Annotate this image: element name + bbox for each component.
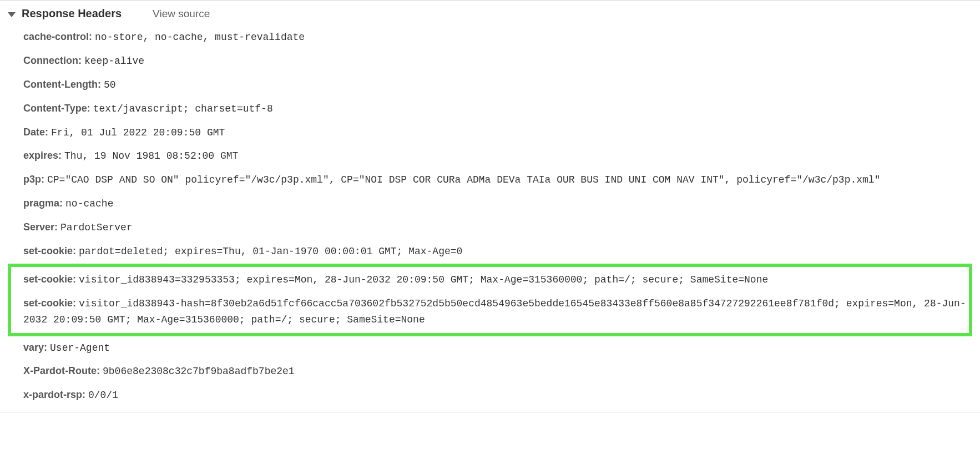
header-pragma: pragma: no-cache: [0, 192, 980, 216]
header-value: 9b06e8e2308c32c7bf9ba8adfb7be2e1: [103, 366, 295, 377]
response-headers-section-header[interactable]: Response Headers View source: [0, 5, 980, 22]
response-headers-panel: Response Headers View source cache-contr…: [0, 0, 980, 412]
header-value: CP="CAO DSP AND SO ON" policyref="/w3c/p…: [47, 174, 880, 185]
header-set-cookie: set-cookie: visitor_id838943=332953353; …: [11, 268, 969, 292]
header-name: expires:: [23, 150, 62, 161]
header-expires: expires: Thu, 19 Nov 1981 08:52:00 GMT: [0, 144, 980, 168]
header-value: pardot=deleted; expires=Thu, 01-Jan-1970…: [79, 246, 462, 257]
highlight-annotation: set-cookie: visitor_id838943=332953353; …: [8, 264, 972, 336]
disclosure-triangle-icon[interactable]: [8, 12, 16, 17]
header-set-cookie: set-cookie: visitor_id838943-hash=8f30eb…: [11, 292, 969, 332]
header-name: Server:: [23, 221, 58, 233]
header-name: Connection:: [23, 55, 82, 66]
header-value: PardotServer: [60, 222, 133, 233]
header-value: 0/0/1: [88, 390, 118, 401]
header-name: cache-control:: [23, 31, 92, 42]
header-name: p3p:: [23, 174, 44, 185]
header-name: vary:: [23, 342, 47, 353]
header-x-pardot-route: X-Pardot-Route: 9b06e8e2308c32c7bf9ba8ad…: [0, 360, 980, 384]
header-value: keep-alive: [84, 56, 144, 67]
header-value: no-store, no-cache, must-revalidate: [95, 32, 305, 43]
header-value: 50: [104, 79, 116, 90]
headers-list: cache-control: no-store, no-cache, must-…: [0, 22, 980, 407]
header-cache-control: cache-control: no-store, no-cache, must-…: [0, 26, 980, 49]
header-name: X-Pardot-Route:: [23, 365, 100, 376]
header-name: Content-Length:: [23, 79, 101, 90]
header-value: Fri, 01 Jul 2022 20:09:50 GMT: [51, 127, 225, 138]
header-name: set-cookie:: [23, 245, 76, 256]
header-content-length: Content-Length: 50: [0, 73, 980, 97]
section-title: Response Headers: [22, 7, 122, 19]
header-value: text/javascript; charset=utf-8: [93, 103, 273, 114]
header-vary: vary: User-Agent: [0, 336, 980, 360]
header-p3p: p3p: CP="CAO DSP AND SO ON" policyref="/…: [0, 168, 980, 192]
header-name: Date:: [23, 127, 48, 138]
header-name: Content-Type:: [23, 103, 90, 114]
header-value: no-cache: [65, 198, 113, 209]
header-x-pardot-rsp: x-pardot-rsp: 0/0/1: [0, 384, 980, 407]
header-set-cookie: set-cookie: pardot=deleted; expires=Thu,…: [0, 240, 980, 264]
view-source-link[interactable]: View source: [153, 8, 210, 20]
header-date: Date: Fri, 01 Jul 2022 20:09:50 GMT: [0, 121, 980, 145]
header-value: User-Agent: [50, 342, 110, 354]
header-name: pragma:: [23, 198, 63, 209]
header-value: visitor_id838943=332953353; expires=Mon,…: [79, 274, 768, 285]
header-connection: Connection: keep-alive: [0, 49, 980, 73]
header-value: Thu, 19 Nov 1981 08:52:00 GMT: [64, 150, 238, 162]
header-content-type: Content-Type: text/javascript; charset=u…: [0, 97, 980, 121]
header-server: Server: PardotServer: [0, 216, 980, 240]
header-name: set-cookie:: [23, 297, 76, 309]
header-name: set-cookie:: [23, 274, 76, 285]
header-name: x-pardot-rsp:: [23, 389, 85, 400]
header-value: visitor_id838943-hash=8f30eb2a6d51fcf66c…: [23, 298, 966, 325]
